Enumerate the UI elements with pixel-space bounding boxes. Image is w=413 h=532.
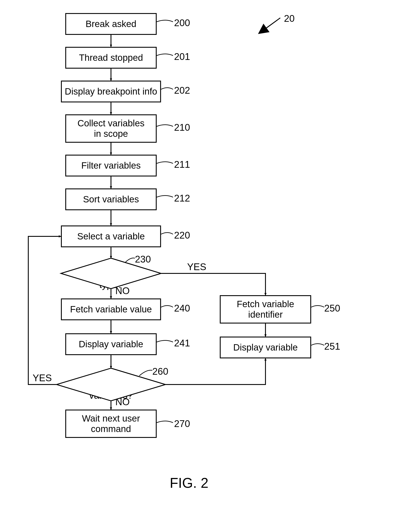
ref-top: 20 xyxy=(284,13,295,24)
box-fetch-variable-value: Fetch variable value xyxy=(61,298,161,320)
box-select-variable: Select a variable xyxy=(61,226,161,247)
ref-260: 260 xyxy=(152,366,168,377)
box-display-variable-left: Display variable xyxy=(65,333,157,355)
branch-260-no: NO xyxy=(115,397,130,407)
text-select-variable: Select a variable xyxy=(77,231,145,242)
ref-200: 200 xyxy=(174,18,190,28)
ref-240: 240 xyxy=(174,303,190,314)
ref-210: 210 xyxy=(174,122,190,133)
text-more-variables: More variables? xyxy=(81,379,141,401)
figure-caption: FIG. 2 xyxy=(170,475,209,491)
ref-241: 241 xyxy=(174,338,190,349)
box-collect-variables: Collect variablesin scope xyxy=(65,114,157,143)
text-collect-variables: Collect variablesin scope xyxy=(77,118,145,139)
text-display-variable-left: Display variable xyxy=(79,339,143,350)
text-break-asked: Break asked xyxy=(85,19,136,29)
text-display-variable-right: Display variable xyxy=(233,342,298,353)
box-display-breakpoint-info: Display breakpoint info xyxy=(61,81,161,102)
text-thread-stopped: Thread stopped xyxy=(79,53,143,63)
ref-270: 270 xyxy=(174,418,190,429)
box-display-variable-right: Display variable xyxy=(220,337,311,358)
box-break-asked: Break asked xyxy=(65,13,157,35)
box-wait-next-user-command: Wait next usercommand xyxy=(65,409,157,438)
ref-202: 202 xyxy=(174,85,190,96)
topref-arrow xyxy=(0,0,413,532)
text-sort-variables: Sort variables xyxy=(83,194,139,205)
text-complex-type: Complex type? xyxy=(81,268,141,290)
flowchart-lines xyxy=(0,0,413,532)
box-filter-variables: Filter variables xyxy=(65,155,157,176)
branch-230-yes: YES xyxy=(187,261,206,272)
ref-220: 220 xyxy=(174,230,190,241)
text-fetch-variable-identifier: Fetch variableidentifier xyxy=(237,299,294,320)
flowchart-canvas: 20 Break asked Thread stopped Display br… xyxy=(0,0,413,532)
branch-260-yes: YES xyxy=(33,372,52,383)
box-thread-stopped: Thread stopped xyxy=(65,47,157,69)
ref-230: 230 xyxy=(135,254,151,265)
text-filter-variables: Filter variables xyxy=(81,160,141,171)
box-fetch-variable-identifier: Fetch variableidentifier xyxy=(220,295,311,323)
text-wait-next-user-command: Wait next usercommand xyxy=(82,413,140,434)
box-sort-variables: Sort variables xyxy=(65,189,157,210)
ref-212: 212 xyxy=(174,193,190,204)
ref-211: 211 xyxy=(174,159,190,170)
text-fetch-variable-value: Fetch variable value xyxy=(70,304,152,314)
ref-250: 250 xyxy=(324,303,340,314)
branch-230-no: NO xyxy=(115,285,130,296)
ref-201: 201 xyxy=(174,51,190,62)
ref-251: 251 xyxy=(324,341,340,352)
text-display-breakpoint-info: Display breakpoint info xyxy=(65,86,157,97)
